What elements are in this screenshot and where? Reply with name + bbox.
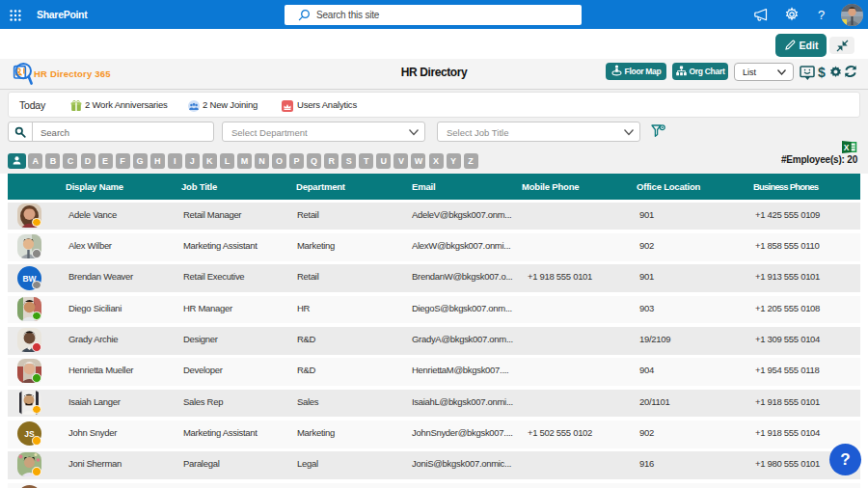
svg-text:X: X xyxy=(844,143,850,152)
